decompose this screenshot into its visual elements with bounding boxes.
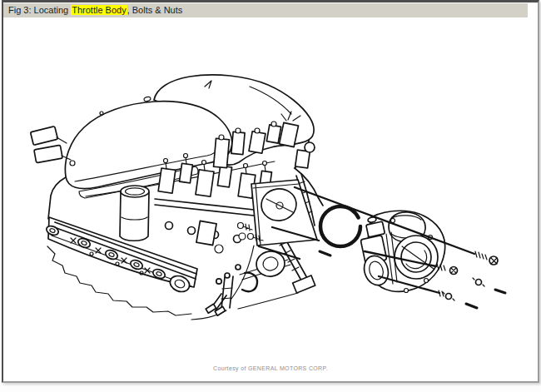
- title-highlight: Throttle Body: [71, 5, 127, 15]
- figure-content: Courtesy of GENERAL MOTORS CORP.: [3, 17, 538, 381]
- title-suffix: , Bolts & Nuts: [127, 5, 183, 15]
- figure-window: Fig 3: Locating Throttle Body, Bolts & N…: [2, 0, 539, 383]
- figure-titlebar: Fig 3: Locating Throttle Body, Bolts & N…: [3, 3, 528, 17]
- o-ring-gasket: [320, 206, 360, 246]
- courtesy-caption: Courtesy of GENERAL MOTORS CORP.: [3, 365, 538, 371]
- figure-title: Fig 3: Locating Throttle Body, Bolts & N…: [8, 5, 182, 15]
- throttle-body: [360, 211, 445, 292]
- title-prefix: Fig 3: Locating: [8, 5, 71, 15]
- page: { "titlebar": { "prefix": "Fig 3: Locati…: [0, 0, 541, 392]
- engine-diagram: [3, 17, 538, 381]
- oil-fill-tube: [120, 186, 149, 241]
